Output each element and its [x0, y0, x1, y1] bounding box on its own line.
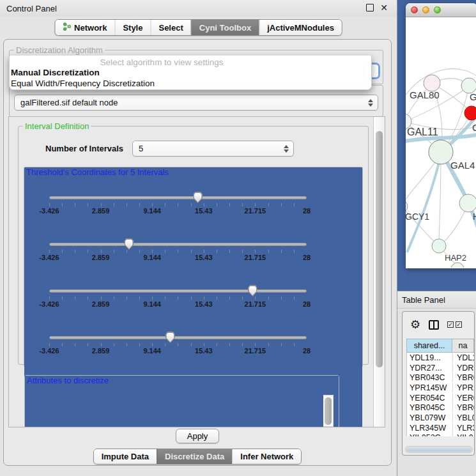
tab-style[interactable]: Style	[114, 20, 150, 35]
apply-button[interactable]: Apply	[176, 429, 220, 443]
control-panel: Control Panel ✕ Network Style Select	[0, 0, 397, 476]
node-label-gcy1: GCY1	[406, 211, 429, 222]
tab-discretize-data[interactable]: Discretize Data	[157, 449, 232, 464]
table-body: YDL19...YDL1 YDR27...YDR2 YBR043CYBR0 YP…	[406, 353, 474, 436]
table-row[interactable]: YLR345WYLR3	[407, 423, 474, 433]
column-header-name[interactable]: na	[452, 339, 474, 353]
table-horizontal-scrollbar[interactable]	[405, 446, 473, 453]
algorithm-prompt: Select algorithm to view settings	[10, 56, 371, 67]
scrollbar-thumb[interactable]	[325, 397, 332, 425]
popup-item-manual-discretization[interactable]: Manual Discretization	[10, 67, 371, 78]
attributes-list-scrollbar[interactable]	[323, 395, 334, 427]
slider-scale-labels: -3.4262.8599.14415.4321.71528	[49, 300, 307, 309]
node-label-gal80: GAL80	[410, 89, 440, 100]
table-panel-titlebar: Table Panel	[397, 291, 476, 309]
table-data-value: galFiltered.sif default node	[20, 98, 118, 107]
table-row[interactable]: YIL052CYIL0	[407, 433, 474, 437]
threshold-2-slider-thumb[interactable]	[124, 238, 134, 250]
tab-network[interactable]: Network	[55, 20, 114, 35]
table-row[interactable]: YPR145WYPR1	[407, 383, 474, 393]
tab-impute-data-label: Impute Data	[102, 452, 149, 461]
slider-tick-marks	[49, 250, 307, 253]
threshold-3-slider-thumb[interactable]	[248, 285, 257, 296]
table-row[interactable]: YBR045CYBR0	[407, 403, 474, 413]
table-data-combobox[interactable]: galFiltered.sif default node	[14, 95, 378, 111]
close-window-icon[interactable]	[411, 6, 418, 13]
panel-title: Control Panel	[6, 4, 57, 13]
threshold-4-slider-track[interactable]	[49, 336, 307, 339]
stepper-icon	[284, 145, 289, 153]
tab-infer-network-label: Infer Network	[240, 452, 293, 461]
number-of-intervals-label: Number of Intervals	[45, 144, 123, 153]
zoom-window-icon[interactable]	[434, 6, 441, 13]
float-panel-icon[interactable]	[366, 4, 374, 12]
stepper-icon	[368, 99, 373, 107]
interval-definition-title: Interval Definition	[23, 121, 91, 131]
table-row[interactable]: YBL079WYBL0	[407, 413, 474, 423]
scrollbar-thumb[interactable]	[376, 131, 383, 367]
number-of-intervals-combobox[interactable]: 5	[132, 141, 294, 157]
side-panel-tabs: Network Style Select Cyni Toolbox jActiv…	[54, 19, 342, 36]
columns-icon[interactable]	[429, 320, 439, 330]
attributes-group-title: Attributes to discretize	[25, 376, 339, 427]
threshold-1-slider-track[interactable]	[49, 196, 307, 199]
threshold-1-slider-thumb[interactable]	[193, 192, 203, 203]
threshold-coordinates-group: Threshold's Coordinates for 5 Intervals …	[24, 167, 363, 367]
scrollbar-thumb[interactable]	[406, 447, 472, 452]
tab-cyni-toolbox[interactable]: Cyni Toolbox	[191, 20, 259, 35]
control-panel-titlebar: Control Panel ✕	[0, 0, 397, 17]
discretization-algorithm-title: Discretization Algorithm	[14, 45, 105, 55]
tab-discretize-data-label: Discretize Data	[165, 452, 224, 461]
table-panel-toolbar: ⚙ ✓ ✓	[403, 312, 474, 337]
node-label-gal4: GAL4	[450, 160, 475, 171]
tab-impute-data[interactable]: Impute Data	[94, 449, 157, 464]
interval-definition-group: Interval Definition Number of Intervals …	[18, 126, 369, 365]
tab-infer-network[interactable]: Infer Network	[232, 449, 301, 464]
slider-tick-marks	[49, 203, 307, 206]
table-row[interactable]: YBR043CYBR0	[407, 372, 474, 383]
tab-network-label: Network	[74, 23, 107, 33]
popup-item-equal-width-frequency[interactable]: Equal Width/Frequency Discretization	[10, 78, 371, 89]
slider-tick-marks	[49, 296, 307, 300]
column-header-shared-name[interactable]: shared...	[406, 339, 452, 353]
minimize-window-icon[interactable]	[422, 6, 429, 13]
slider-scale-labels: -3.4262.8599.14415.4321.71528	[49, 207, 307, 215]
gear-icon[interactable]: ⚙	[410, 319, 420, 330]
network-window-titlebar	[406, 3, 476, 17]
tab-style-label: Style	[123, 23, 142, 33]
slider-tick-marks	[49, 343, 307, 346]
settings-vertical-scrollbar[interactable]	[373, 117, 385, 427]
checkbox-icon[interactable]: ✓	[447, 321, 454, 328]
tab-jactivemnodules-label: jActiveMNodules	[267, 23, 334, 33]
table-panel: ⚙ ✓ ✓ shared... na YDL19...YDL1 YDR27...…	[402, 311, 475, 456]
threshold-4-slider-thumb[interactable]	[165, 332, 175, 343]
node-table: shared... na YDL19...YDL1 YDR27...YDR2 Y…	[406, 339, 474, 436]
slider-scale-labels: -3.4262.8599.14415.4321.71528	[49, 347, 307, 355]
node-label-hap2: HAP2	[445, 253, 466, 263]
cyni-toolbox-content: Discretization Algorithm Select algorith…	[3, 39, 392, 466]
slider-scale-labels: -3.4262.8599.14415.4321.71528	[49, 254, 307, 262]
select-columns-icons[interactable]: ✓ ✓	[447, 321, 462, 328]
table-row[interactable]: YDL19...YDL1	[407, 353, 474, 363]
attributes-to-discretize-group: Attributes to discretize Numerical Attri…	[24, 375, 339, 427]
tab-cyni-toolbox-label: Cyni Toolbox	[199, 23, 251, 33]
network-window: GAL80 GA C GAL11 GAL4 GCY1 H HAP2	[406, 3, 476, 268]
checkbox-icon[interactable]: ✓	[456, 321, 462, 328]
network-panel-background: GAL80 GA C GAL11 GAL4 GCY1 H HAP2	[397, 0, 476, 291]
network-view[interactable]: GAL80 GA C GAL11 GAL4 GCY1 H HAP2	[406, 17, 476, 268]
right-region: GAL80 GA C GAL11 GAL4 GCY1 H HAP2 Table …	[397, 0, 476, 476]
number-of-intervals-value: 5	[139, 144, 143, 153]
table-row[interactable]: YDR27...YDR2	[407, 363, 474, 373]
node-label-c: C	[472, 122, 476, 133]
node-label-gal11: GAL11	[407, 127, 438, 137]
close-panel-icon[interactable]: ✕	[380, 4, 388, 12]
table-row[interactable]: YER054CYER0	[407, 393, 474, 403]
node-label-h: H	[473, 211, 476, 222]
tab-select-label: Select	[158, 23, 183, 33]
tab-jactivemnodules[interactable]: jActiveMNodules	[259, 20, 342, 35]
table-header-row: shared... na	[406, 339, 474, 353]
threshold-3-slider-track[interactable]	[49, 289, 307, 293]
node-label-ga: GA	[470, 91, 476, 102]
threshold-2-slider-track[interactable]	[49, 243, 307, 246]
tab-select[interactable]: Select	[150, 20, 190, 35]
